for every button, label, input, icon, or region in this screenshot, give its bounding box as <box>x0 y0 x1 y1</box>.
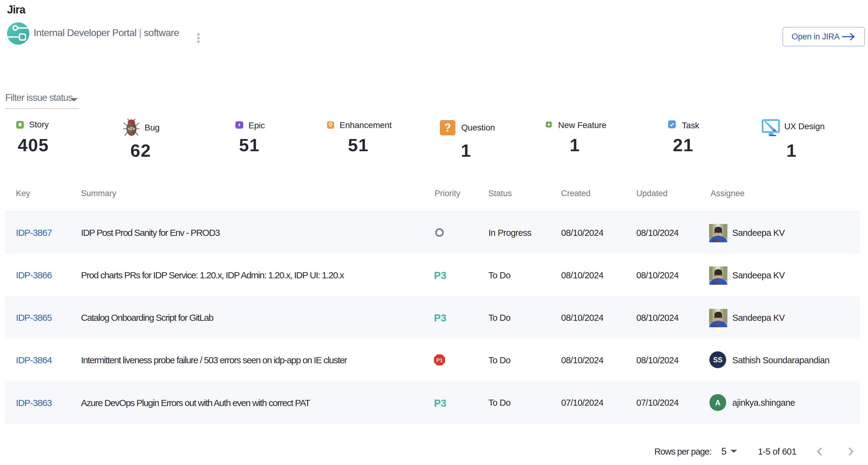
svg-text:</>: </> <box>128 126 135 131</box>
svg-text:?: ? <box>444 121 451 134</box>
svg-text:P1: P1 <box>436 358 443 363</box>
